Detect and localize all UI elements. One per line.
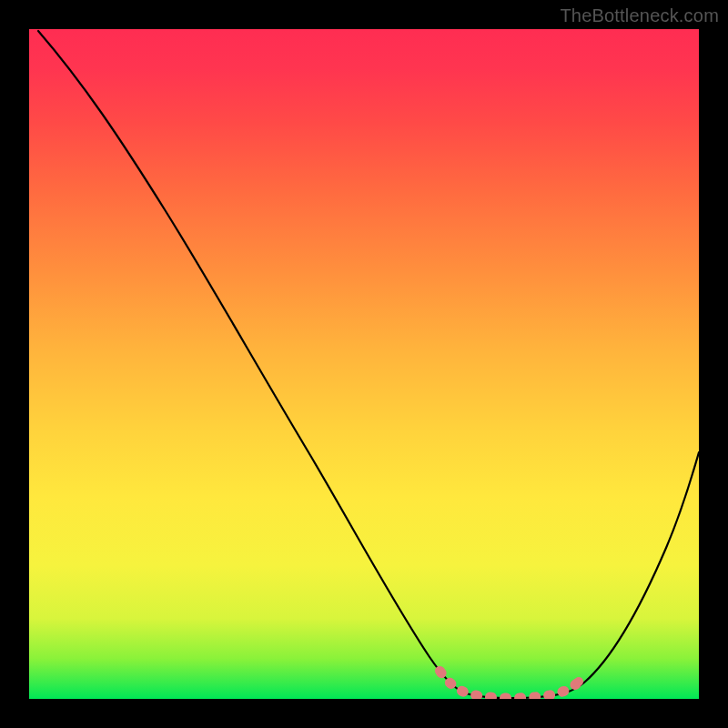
chart-background-gradient: [29, 29, 699, 699]
chart-frame: TheBottleneck.com: [0, 0, 728, 728]
watermark-text: TheBottleneck.com: [560, 5, 719, 26]
